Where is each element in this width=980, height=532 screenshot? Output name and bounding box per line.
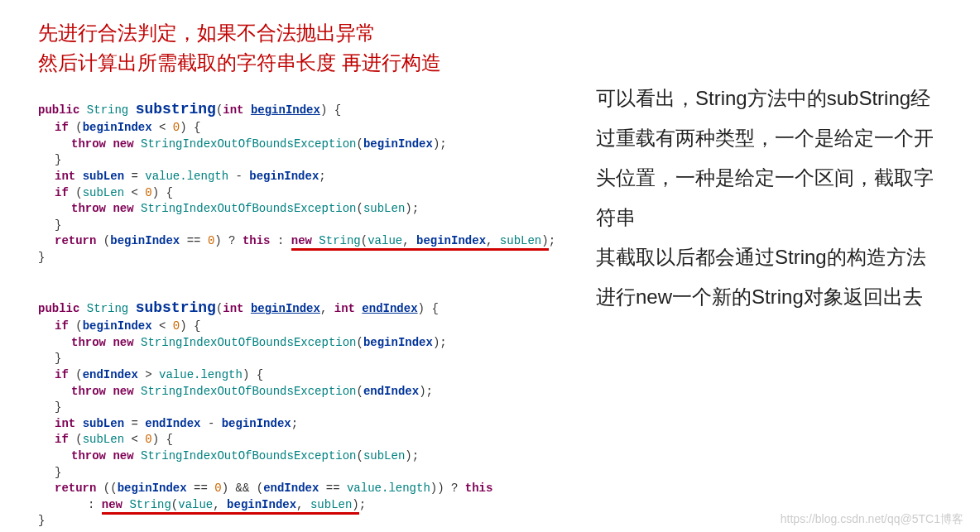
keyword-int: int bbox=[55, 170, 75, 183]
keyword-int: int bbox=[55, 417, 75, 430]
right-paragraph-1: 可以看出，String方法中的subString经过重载有两种类型，一个是给定一… bbox=[596, 79, 944, 237]
var-value: value bbox=[178, 498, 213, 511]
keyword-new: new bbox=[102, 498, 122, 511]
keyword-new: new bbox=[113, 336, 133, 349]
watermark-text: https://blog.csdn.net/qq@5TC1博客 bbox=[781, 512, 963, 527]
param-beginIndex: beginIndex bbox=[251, 302, 320, 315]
code-block-substring-2: public String substring(int beginIndex, … bbox=[38, 298, 492, 530]
new-string-expression: new String(value, beginIndex, subLen) bbox=[291, 234, 549, 251]
expr-value-length: value.length bbox=[145, 170, 228, 183]
code-line: } bbox=[38, 351, 492, 367]
keyword-public: public bbox=[38, 103, 79, 117]
header-line-2: 然后计算出所需截取的字符串长度 再进行构造 bbox=[38, 48, 441, 78]
code-line: throw new StringIndexOutOfBoundsExceptio… bbox=[38, 137, 555, 153]
code-block-substring-1: public String substring(int beginIndex) … bbox=[38, 99, 555, 266]
var-value: value bbox=[368, 234, 402, 247]
exception-class: StringIndexOutOfBoundsException bbox=[141, 202, 356, 215]
var-endIndex: endIndex bbox=[363, 385, 419, 398]
var-subLen: subLen bbox=[363, 202, 405, 215]
param-beginIndex: beginIndex bbox=[251, 103, 320, 117]
var-subLen: subLen bbox=[363, 449, 405, 463]
var-endIndex: endIndex bbox=[263, 482, 319, 495]
header-text: 先进行合法判定，如果不合法抛出异常 然后计算出所需截取的字符串长度 再进行构造 bbox=[38, 18, 441, 78]
code-line: } bbox=[38, 218, 555, 234]
keyword-throw: throw bbox=[71, 202, 106, 215]
code-line: public String substring(int beginIndex) … bbox=[38, 99, 555, 120]
keyword-new: new bbox=[113, 449, 133, 463]
num-zero: 0 bbox=[173, 319, 180, 333]
code-line: } bbox=[38, 400, 492, 416]
code-line: throw new StringIndexOutOfBoundsExceptio… bbox=[38, 384, 492, 400]
code-line: return ((beginIndex == 0) && (endIndex =… bbox=[38, 481, 492, 497]
code-line: int subLen = value.length - beginIndex; bbox=[38, 169, 555, 185]
var-subLen: subLen bbox=[83, 170, 124, 183]
var-beginIndex: beginIndex bbox=[363, 336, 433, 349]
type-string: String bbox=[129, 498, 171, 511]
keyword-new: new bbox=[113, 202, 133, 215]
keyword-return: return bbox=[55, 234, 96, 247]
keyword-public: public bbox=[38, 302, 79, 315]
code-line: : new String(value, beginIndex, subLen); bbox=[38, 497, 492, 514]
keyword-return: return bbox=[55, 482, 96, 495]
code-line: return (beginIndex == 0) ? this : new St… bbox=[38, 233, 555, 250]
code-line: } bbox=[38, 250, 555, 266]
var-beginIndex: beginIndex bbox=[227, 498, 296, 511]
exception-class: StringIndexOutOfBoundsException bbox=[141, 449, 356, 463]
code-line: throw new StringIndexOutOfBoundsExceptio… bbox=[38, 448, 492, 465]
exception-class: StringIndexOutOfBoundsException bbox=[141, 336, 356, 349]
keyword-throw: throw bbox=[71, 449, 106, 463]
code-line: } bbox=[38, 465, 492, 482]
var-endIndex: endIndex bbox=[83, 368, 138, 381]
code-line: throw new StringIndexOutOfBoundsExceptio… bbox=[38, 335, 492, 352]
var-subLen: subLen bbox=[83, 433, 124, 446]
keyword-throw: throw bbox=[71, 385, 106, 398]
num-zero: 0 bbox=[145, 433, 151, 446]
code-line: } bbox=[38, 513, 492, 530]
keyword-if: if bbox=[55, 319, 69, 333]
var-subLen: subLen bbox=[83, 417, 124, 430]
expr-value-length: value.length bbox=[159, 368, 243, 381]
code-line: public String substring(int beginIndex, … bbox=[38, 298, 492, 319]
keyword-new: new bbox=[113, 385, 133, 398]
keyword-if: if bbox=[55, 433, 69, 446]
keyword-if: if bbox=[55, 368, 69, 381]
keyword-throw: throw bbox=[71, 137, 106, 151]
num-zero: 0 bbox=[214, 482, 221, 495]
right-explanation: 可以看出，String方法中的subString经过重载有两种类型，一个是给定一… bbox=[596, 79, 944, 317]
keyword-this: this bbox=[243, 234, 271, 247]
var-beginIndex: beginIndex bbox=[416, 234, 486, 247]
method-name: substring bbox=[136, 101, 216, 117]
code-line: if (subLen < 0) { bbox=[38, 185, 555, 202]
keyword-int: int bbox=[334, 302, 355, 315]
expr-value-length: value.length bbox=[347, 482, 430, 495]
code-line: if (beginIndex < 0) { bbox=[38, 319, 492, 335]
var-beginIndex: beginIndex bbox=[83, 121, 152, 134]
exception-class: StringIndexOutOfBoundsException bbox=[141, 137, 356, 151]
var-beginIndex: beginIndex bbox=[118, 482, 187, 495]
code-line: if (beginIndex < 0) { bbox=[38, 120, 555, 137]
var-beginIndex: beginIndex bbox=[363, 137, 433, 151]
type-string: String bbox=[87, 103, 128, 117]
new-string-expression: new String(value, beginIndex, subLen) bbox=[102, 498, 359, 515]
var-beginIndex: beginIndex bbox=[249, 170, 319, 183]
keyword-throw: throw bbox=[71, 336, 106, 349]
num-zero: 0 bbox=[145, 186, 151, 199]
keyword-new: new bbox=[113, 137, 133, 151]
var-endIndex: endIndex bbox=[145, 417, 200, 430]
var-subLen: subLen bbox=[83, 186, 124, 199]
var-subLen: subLen bbox=[500, 234, 541, 247]
exception-class: StringIndexOutOfBoundsException bbox=[141, 385, 356, 398]
code-line: if (subLen < 0) { bbox=[38, 432, 492, 448]
type-string: String bbox=[87, 302, 128, 315]
keyword-if: if bbox=[55, 121, 69, 134]
code-line: } bbox=[38, 152, 555, 169]
code-line: int subLen = endIndex - beginIndex; bbox=[38, 416, 492, 433]
num-zero: 0 bbox=[173, 121, 180, 134]
var-beginIndex: beginIndex bbox=[83, 319, 152, 333]
code-line: throw new StringIndexOutOfBoundsExceptio… bbox=[38, 201, 555, 218]
keyword-int: int bbox=[223, 302, 243, 315]
param-endIndex: endIndex bbox=[362, 302, 417, 315]
keyword-this: this bbox=[465, 482, 493, 495]
keyword-if: if bbox=[55, 186, 69, 199]
var-beginIndex: beginIndex bbox=[110, 234, 180, 247]
